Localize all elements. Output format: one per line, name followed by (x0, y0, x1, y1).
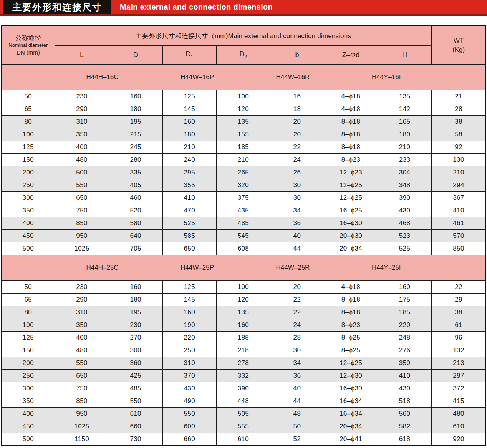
dimension-cell: 390 (378, 192, 432, 204)
dimension-cell: 213 (432, 357, 486, 370)
dimension-cell: 750 (55, 382, 109, 395)
dimension-cell: 485 (109, 382, 162, 395)
dimension-cell: 30 (270, 344, 324, 357)
dimension-cell: 650 (162, 242, 216, 255)
table-row: 65290180145120228–ϕ1817529 (1, 294, 486, 306)
nominal-diameter-unit: DN (mm) (2, 49, 55, 56)
dimension-cell: 12–ϕ23 (324, 166, 378, 179)
dn-cell: 350 (1, 204, 55, 217)
dimension-cell: 130 (432, 154, 486, 166)
dn-cell: 450 (1, 420, 55, 433)
dimension-cell: 405 (109, 179, 162, 192)
section-models: H44H–16CH44W–16PH44W–16RH44Y–16I (1, 65, 486, 90)
dimension-cell: 24 (270, 154, 324, 166)
dn-cell: 65 (1, 294, 55, 306)
dimension-cell: 16–ϕ30 (324, 382, 378, 395)
dimension-cell: 4–ϕ18 (324, 103, 378, 116)
dimension-cell: 185 (378, 306, 432, 319)
dimension-cell: 28 (432, 103, 486, 116)
dimension-cell: 375 (216, 192, 270, 204)
dimension-cell: 8–ϕ18 (324, 116, 378, 128)
table-row: 2005503603102783412–ϕ25350213 (1, 357, 486, 370)
dimension-cell: 36 (270, 217, 324, 230)
dimension-cell: 58 (432, 128, 486, 141)
dimension-cell: 20–ϕ41 (324, 433, 378, 446)
dimension-cell: 650 (55, 370, 109, 382)
dimension-cell: 180 (378, 128, 432, 141)
dimension-cell: 34 (270, 204, 324, 217)
dimension-cell: 310 (55, 306, 109, 319)
section-row-0: H44H–16CH44W–16PH44W–16RH44Y–16I (1, 65, 486, 90)
dimension-cell: 660 (162, 433, 216, 446)
model-label: H44Y–16I (372, 73, 401, 81)
dn-cell: 80 (1, 116, 55, 128)
dimension-cell: 525 (378, 242, 432, 255)
dimension-cell: 50 (270, 420, 324, 433)
dimension-cell: 550 (55, 357, 109, 370)
dn-cell: 300 (1, 382, 55, 395)
table-row: 50010257056506084420–ϕ34525850 (1, 242, 486, 255)
dimension-cell: 265 (216, 166, 270, 179)
model-label: H44Y–25I (372, 264, 401, 272)
dimension-cell: 348 (378, 179, 432, 192)
dimension-cell: 8–ϕ25 (324, 344, 378, 357)
col-header-nominal-diameter: 公称通径 Nominal diameter DN (mm) (1, 26, 55, 65)
dn-cell: 500 (1, 433, 55, 446)
dimension-cell: 160 (109, 90, 162, 103)
col-header-dim-1: D (109, 46, 162, 65)
dimension-cell: 22 (270, 141, 324, 154)
table-row: 100350230190160248–ϕ2322061 (1, 319, 486, 332)
dimension-cell: 210 (216, 154, 270, 166)
dimension-cell: 230 (55, 281, 109, 294)
dimension-cell: 34 (270, 357, 324, 370)
dimension-cell: 175 (378, 294, 432, 306)
dimension-cell: 135 (378, 90, 432, 103)
dimension-cell: 188 (216, 332, 270, 344)
dimension-cell: 400 (55, 141, 109, 154)
dimension-cell: 230 (109, 319, 162, 332)
dimension-cell: 160 (162, 116, 216, 128)
dimension-cell: 16 (270, 90, 324, 103)
dimension-cell: 8–ϕ25 (324, 332, 378, 344)
page-title-en: Main external and connection dimension (111, 0, 273, 14)
dimension-cell: 160 (109, 281, 162, 294)
dimension-cell: 195 (109, 306, 162, 319)
dimension-cell: 460 (109, 192, 162, 204)
dimension-cell: 367 (432, 192, 486, 204)
dimension-cell: 435 (216, 204, 270, 217)
page-header: 主要外形和连接尺寸 Main external and connection d… (0, 0, 487, 16)
dimension-cell: 28 (270, 332, 324, 344)
dn-cell: 200 (1, 166, 55, 179)
dimension-cell: 297 (432, 370, 486, 382)
model-label: H44W–16P (181, 73, 214, 81)
dimension-cell: 20–ϕ30 (324, 230, 378, 242)
table-row: 45010256606005555020–ϕ34582610 (1, 420, 486, 433)
dimension-cell: 100 (216, 281, 270, 294)
model-label: H44H–16C (86, 73, 119, 81)
table-row: 125400270220188288–ϕ2524896 (1, 332, 486, 344)
dimension-cell: 12–ϕ30 (324, 370, 378, 382)
dn-cell: 400 (1, 408, 55, 420)
dimension-cell: 600 (162, 420, 216, 433)
dimensions-table-body: H44H–16CH44W–16PH44W–16RH44Y–16I50230160… (1, 65, 486, 446)
dimension-cell: 40 (270, 230, 324, 242)
dimension-cell: 16–ϕ25 (324, 204, 378, 217)
dn-cell: 125 (1, 141, 55, 154)
dimension-cell: 461 (432, 217, 486, 230)
dimension-cell: 276 (378, 344, 432, 357)
dimension-cell: 36 (270, 370, 324, 382)
dimension-cell: 730 (109, 433, 162, 446)
dimension-cell: 125 (162, 90, 216, 103)
dimension-cell: 430 (378, 382, 432, 395)
dimension-cell: 850 (55, 395, 109, 408)
dimension-cell: 480 (55, 344, 109, 357)
dn-cell: 150 (1, 344, 55, 357)
dimension-cell: 278 (216, 357, 270, 370)
dimension-cell: 850 (432, 242, 486, 255)
dimension-cell: 468 (378, 217, 432, 230)
dimension-cell: 4–ϕ18 (324, 90, 378, 103)
dimension-cell: 240 (162, 154, 216, 166)
dimension-cell: 38 (432, 306, 486, 319)
table-row: 4009506105505054816–ϕ34560480 (1, 408, 486, 420)
table-row: 2506504253703323612–ϕ30410297 (1, 370, 486, 382)
